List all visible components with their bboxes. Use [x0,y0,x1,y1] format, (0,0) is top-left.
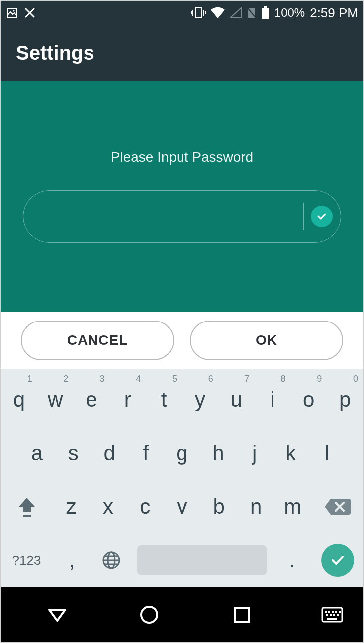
key-j[interactable]: j [236,427,273,480]
key-p[interactable]: p0 [327,373,363,427]
home-button[interactable] [138,604,160,626]
key-period[interactable]: . [273,534,312,587]
key-language[interactable] [91,534,131,587]
key-d[interactable]: d [91,427,128,480]
password-input[interactable] [38,202,296,231]
key-f[interactable]: f [128,427,164,480]
image-icon [6,7,18,19]
svg-point-1 [13,10,14,11]
battery-icon [262,6,270,19]
backspace-icon [324,497,351,517]
key-v[interactable]: v [164,480,200,534]
key-l[interactable]: l [309,427,345,480]
page-title: Settings [16,42,94,64]
check-icon [329,552,346,569]
navigation-bar [1,587,363,642]
key-w[interactable]: w2 [37,373,74,427]
key-hint: 0 [353,374,358,384]
key-k[interactable]: k [273,427,309,480]
key-s[interactable]: s [55,427,91,480]
key-q[interactable]: q1 [1,373,37,427]
wifi-icon [211,7,225,18]
svg-rect-23 [339,611,341,613]
key-comma[interactable]: , [52,534,91,587]
key-symbols[interactable]: ?123 [1,534,52,587]
key-a[interactable]: a [19,427,55,480]
key-hint: 3 [99,374,104,384]
key-m[interactable]: m [274,480,311,534]
password-input-container [23,190,341,243]
key-hint: 6 [208,374,213,384]
key-shift[interactable] [1,480,53,534]
svg-rect-24 [326,614,328,616]
key-hint: 9 [317,374,322,384]
svg-rect-9 [262,8,269,19]
key-z[interactable]: z [53,480,90,534]
svg-rect-21 [332,611,334,613]
ok-button[interactable]: OK [190,321,343,360]
svg-rect-26 [333,614,335,616]
svg-point-16 [141,607,157,623]
key-g[interactable]: g [164,427,200,480]
status-bar: 100% 2:59 PM [1,1,363,25]
app-bar: Settings [1,25,363,81]
globe-icon [102,551,121,570]
back-button[interactable] [46,604,68,626]
key-r[interactable]: r4 [109,373,146,427]
svg-rect-17 [235,608,249,622]
cancel-button[interactable]: CANCEL [21,321,174,360]
key-o[interactable]: o9 [290,373,327,427]
prompt-label: Please Input Password [111,149,253,165]
dialog-buttons: CANCEL OK [1,312,363,369]
key-u[interactable]: u7 [218,373,255,427]
key-t[interactable]: t5 [146,373,182,427]
check-icon [316,211,327,222]
svg-rect-25 [330,614,332,616]
key-c[interactable]: c [127,480,164,534]
key-hint: 7 [245,374,250,384]
svg-rect-19 [325,611,327,613]
key-hint: 5 [172,374,177,384]
confirm-input-button[interactable] [311,206,333,227]
no-sim-icon [247,7,257,19]
key-hint: 4 [136,374,141,384]
key-y[interactable]: y6 [182,373,218,427]
key-x[interactable]: x [90,480,126,534]
vibrate-icon [191,7,206,19]
key-h[interactable]: h [200,427,236,480]
keyboard-switcher-icon[interactable] [321,607,343,623]
key-backspace[interactable] [311,480,363,534]
key-hint: 2 [64,374,69,384]
spacebar-icon [137,545,267,575]
svg-rect-28 [327,618,337,620]
key-n[interactable]: n [237,480,274,534]
key-i[interactable]: i8 [255,373,291,427]
cross-icon [25,8,35,18]
clock: 2:59 PM [310,5,358,21]
battery-percent: 100% [274,6,305,20]
svg-rect-22 [335,611,337,613]
svg-rect-20 [328,611,330,613]
key-hint: 8 [280,374,285,384]
key-space[interactable] [131,534,273,587]
svg-rect-27 [337,614,339,616]
recents-button[interactable] [232,605,252,625]
content-area: Please Input Password [1,81,363,312]
svg-rect-2 [195,8,201,18]
cell-signal-icon [230,7,242,18]
svg-rect-8 [264,6,267,8]
soft-keyboard: q1w2e3r4t5y6u7i8o9p0 asdfghjkl zxcvbnm ?… [1,369,363,587]
key-enter[interactable] [312,534,363,587]
svg-rect-10 [23,515,31,517]
key-hint: 1 [27,374,32,384]
shift-icon [17,496,37,518]
divider [303,203,304,230]
key-b[interactable]: b [200,480,237,534]
key-e[interactable]: e3 [74,373,110,427]
